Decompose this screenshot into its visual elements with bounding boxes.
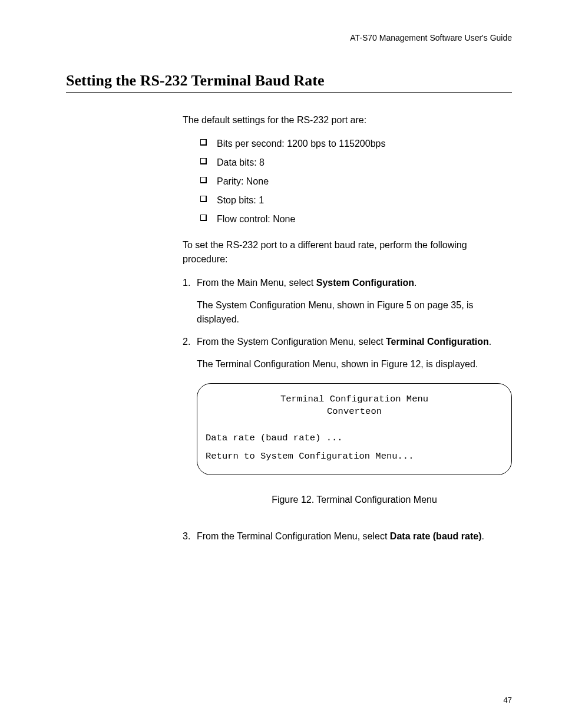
bullet-icon xyxy=(200,177,206,183)
intro-paragraph: The default settings for the RS-232 port… xyxy=(183,113,512,127)
procedure-step: 2. From the System Configuration Menu, s… xyxy=(183,335,512,521)
bullet-icon xyxy=(200,215,206,220)
step-follow: The System Configuration Menu, shown in … xyxy=(197,298,512,327)
list-item-text: Parity: None xyxy=(217,176,269,186)
procedure-step: 1. From the Main Menu, select System Con… xyxy=(183,276,512,327)
figure-wrap: Terminal Configuration Menu Converteon D… xyxy=(197,383,512,507)
procedure-step: 3. From the Terminal Configuration Menu,… xyxy=(183,529,512,543)
section-title: Setting the RS-232 Terminal Baud Rate xyxy=(66,72,512,90)
list-item-text: Data bits: 8 xyxy=(217,157,265,167)
step-number: 2. xyxy=(183,335,197,521)
list-item-text: Bits per second: 1200 bps to 115200bps xyxy=(217,139,385,149)
list-item: Flow control: None xyxy=(200,212,512,226)
list-item: Bits per second: 1200 bps to 115200bps xyxy=(200,137,512,151)
list-item-text: Flow control: None xyxy=(217,214,295,224)
list-item: Parity: None xyxy=(200,174,512,189)
figure-caption: Figure 12. Terminal Configuration Menu xyxy=(197,493,512,507)
page-number: 47 xyxy=(504,696,512,704)
menu-subtitle: Converteon xyxy=(206,406,503,418)
step-text: From the Terminal Configuration Menu, se… xyxy=(197,529,512,543)
bullet-icon xyxy=(200,158,206,164)
procedure-list: 1. From the Main Menu, select System Con… xyxy=(183,276,512,543)
step-text: From the Main Menu, select System Config… xyxy=(197,276,512,290)
bullet-icon xyxy=(200,196,206,202)
step-body: From the Main Menu, select System Config… xyxy=(197,276,512,327)
page-header: AT-S70 Management Software User's Guide xyxy=(66,33,512,42)
menu-title: Terminal Configuration Menu xyxy=(206,393,503,406)
step-follow: The Terminal Configuration Menu, shown i… xyxy=(197,357,512,371)
menu-body: Data rate (baud rate) ... Return to Syst… xyxy=(206,432,503,463)
pre-list-paragraph: To set the RS-232 port to a different ba… xyxy=(183,238,512,266)
step-body: From the System Configuration Menu, sele… xyxy=(197,335,512,521)
default-settings-list: Bits per second: 1200 bps to 115200bps D… xyxy=(200,137,512,226)
content-area: The default settings for the RS-232 port… xyxy=(183,113,512,543)
list-item: Data bits: 8 xyxy=(200,156,512,170)
list-item: Stop bits: 1 xyxy=(200,193,512,207)
step-number: 3. xyxy=(183,529,197,543)
title-rule xyxy=(66,92,512,93)
step-body: From the Terminal Configuration Menu, se… xyxy=(197,529,512,543)
list-item-text: Stop bits: 1 xyxy=(217,195,264,205)
menu-line: Data rate (baud rate) ... xyxy=(206,432,503,444)
step-number: 1. xyxy=(183,276,197,327)
bullet-icon xyxy=(200,139,206,145)
step-text: From the System Configuration Menu, sele… xyxy=(197,335,512,349)
menu-line: Return to System Configuration Menu... xyxy=(206,450,503,463)
terminal-menu-box: Terminal Configuration Menu Converteon D… xyxy=(197,383,512,475)
